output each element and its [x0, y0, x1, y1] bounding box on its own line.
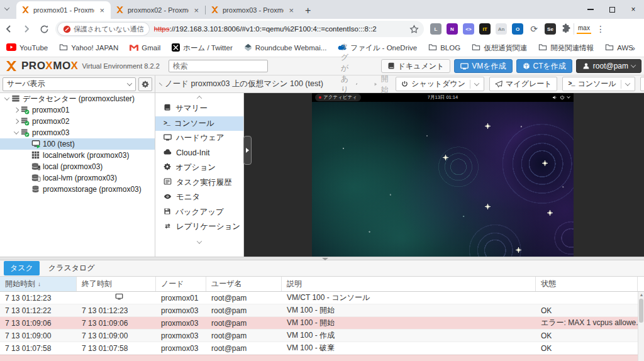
tree-item[interactable]: proxmox01: [0, 104, 155, 116]
browser-tab[interactable]: proxmox01 - Proxmox Virtual E×: [16, 1, 111, 19]
vm-menu-item[interactable]: モニタ: [155, 190, 243, 205]
task-row[interactable]: 7 13 01:12:227 13 01:12:23proxmox03root@…: [0, 304, 644, 317]
bookmark-item[interactable]: Gmail: [130, 44, 160, 52]
column-header[interactable]: 説明: [282, 277, 536, 291]
it-extension-icon[interactable]: IT: [479, 23, 491, 35]
migrate-button[interactable]: マイグレート: [489, 77, 557, 91]
sync-extension-icon[interactable]: ⟳: [528, 24, 540, 34]
vm-menu-item[interactable]: レプリケーション: [155, 219, 243, 235]
forward-button[interactable]: [18, 20, 35, 38]
scroll-up-icon[interactable]: ▲: [638, 292, 644, 298]
tab-close-icon[interactable]: ×: [192, 6, 200, 14]
column-header[interactable]: ノード: [156, 277, 206, 291]
vm-menu-item[interactable]: >_コンソール: [155, 116, 243, 131]
server-view-select[interactable]: サーバ表示: [3, 77, 136, 91]
start-button[interactable]: 開始: [374, 74, 391, 95]
onenote-extension-icon[interactable]: N: [447, 23, 458, 35]
tree-item[interactable]: localnetwork (proxmox03): [0, 150, 155, 161]
tree-config-button[interactable]: [138, 77, 152, 91]
tree-item[interactable]: 100 (test): [0, 138, 155, 150]
column-header[interactable]: 状態: [536, 277, 638, 291]
chevron-down-icon[interactable]: [474, 81, 479, 86]
scroll-thumb[interactable]: [639, 299, 643, 323]
menu-scroll-down[interactable]: [155, 238, 243, 247]
tree-item[interactable]: データセンター (proxmoxcluster): [0, 93, 155, 104]
column-header[interactable]: 開始時刻↓: [0, 277, 77, 291]
documentation-button[interactable]: ドキュメント: [381, 59, 451, 73]
task-row[interactable]: 7 13 01:09:007 13 01:09:00proxmox03root@…: [0, 330, 644, 342]
column-header[interactable]: ユーザ名: [206, 277, 282, 291]
bookmark-item[interactable]: Roundcube Webmai...: [244, 43, 327, 53]
back-button[interactable]: [0, 20, 18, 38]
window-close-button[interactable]: ×: [623, 0, 644, 19]
vm-menu-item[interactable]: タスク実行履歴: [155, 175, 243, 191]
task-panel-tab[interactable]: タスク: [4, 261, 40, 275]
shutdown-button[interactable]: シャットダウン: [396, 77, 484, 91]
outlook-extension-icon[interactable]: O: [512, 23, 523, 35]
column-header[interactable]: 終了時刻: [77, 277, 156, 291]
task-row[interactable]: 7 13 01:09:067 13 01:09:06proxmox03root@…: [0, 317, 644, 330]
tab-close-icon[interactable]: ×: [98, 6, 106, 14]
pve-search-input[interactable]: [169, 60, 268, 72]
bookmark-star-icon[interactable]: [409, 25, 419, 34]
more-button[interactable]: More: [640, 77, 644, 91]
tab-close-icon[interactable]: ×: [287, 6, 295, 14]
selenium-extension-icon[interactable]: Se: [545, 23, 556, 35]
bookmark-item[interactable]: YouTube: [6, 43, 48, 52]
tree-item[interactable]: local (proxmox03): [0, 161, 155, 172]
window-maximize-button[interactable]: [601, 0, 623, 19]
vm-menu-item[interactable]: ハードウェア: [155, 131, 243, 146]
console-button[interactable]: >_ コンソール: [562, 77, 635, 91]
vm-menu-item[interactable]: バックアップ: [155, 205, 243, 220]
an-extension-icon[interactable]: An: [496, 23, 507, 35]
expander-collapsed-icon[interactable]: [14, 108, 19, 113]
task-scrollbar[interactable]: ▲ ▼: [638, 292, 644, 361]
address-bar[interactable]: 保護されていない通信 https://192.168.3.101:8006/#v…: [55, 21, 424, 37]
profile-avatar[interactable]: max: [577, 24, 591, 34]
tree-item[interactable]: local-lvm (proxmox03): [0, 172, 155, 184]
menu-scroll-up[interactable]: [155, 93, 243, 101]
url-text[interactable]: https://192.168.3.101:8006/#v1:0:=qemu%2…: [154, 25, 409, 33]
vm-display[interactable]: アクティビティ 7月13日 01:14: [312, 93, 574, 257]
browser-menu-icon[interactable]: ⋮: [596, 24, 605, 34]
browser-tab[interactable]: proxmox03 - Proxmox Virtual E×: [206, 1, 300, 19]
security-badge[interactable]: 保護されていない通信: [58, 23, 149, 35]
chevron-down-icon[interactable]: [625, 81, 630, 86]
guest-clock[interactable]: 7月13日 01:14: [312, 94, 574, 101]
bookmark-item[interactable]: Yahoo! JAPAN: [59, 43, 118, 52]
extensions-puzzle-icon[interactable]: [561, 23, 571, 35]
chevron-left-icon[interactable]: [159, 82, 162, 86]
expander-expanded-icon[interactable]: [4, 95, 9, 100]
bookmark-item[interactable]: ホーム / Twitter: [172, 43, 233, 53]
task-row-partial[interactable]: [0, 355, 644, 361]
tree-item[interactable]: proxmoxstorage (proxmox03): [0, 184, 155, 195]
code-extension-icon[interactable]: <>: [463, 23, 474, 35]
pencil-icon[interactable]: [356, 81, 357, 87]
bookmark-item[interactable]: AWS: [605, 43, 633, 52]
reload-button[interactable]: [35, 20, 53, 38]
task-panel-tab[interactable]: クラスタログ: [42, 261, 101, 275]
vm-menu-item[interactable]: オプション: [155, 160, 243, 175]
expander-expanded-icon[interactable]: [14, 129, 19, 134]
task-row[interactable]: 7 13 01:12:23proxmox01root@pamVM/CT 100 …: [0, 292, 644, 304]
tab-list-chevron-icon[interactable]: [4, 5, 9, 10]
task-row[interactable]: 7 13 01:07:587 13 01:07:58proxmox03root@…: [0, 342, 644, 355]
bookmark-label: 開発関連情報: [550, 43, 594, 53]
expander-collapsed-icon[interactable]: [14, 119, 19, 124]
vm-menu-item[interactable]: Cloud-Init: [155, 146, 243, 161]
tree-item[interactable]: proxmox03: [0, 127, 155, 138]
vm-menu-item[interactable]: サマリー: [155, 101, 243, 116]
new-tab-button[interactable]: +: [305, 5, 311, 16]
browser-tab[interactable]: proxmox02 - Proxmox Virtual E×: [111, 1, 205, 19]
bookmark-item[interactable]: 開発関連情報: [538, 43, 594, 53]
bookmark-item[interactable]: 仮想通貨関連: [472, 43, 527, 53]
tree-item[interactable]: proxmox02: [0, 116, 155, 127]
create-vm-button[interactable]: VMを作成: [454, 59, 512, 73]
novnc-control-handle[interactable]: [243, 136, 252, 165]
create-ct-button[interactable]: CTを作成: [516, 59, 572, 73]
bookmarks-overflow-icon[interactable]: »: [631, 43, 635, 53]
window-minimize-button[interactable]: [580, 0, 601, 19]
chat-extension-icon[interactable]: L: [430, 23, 441, 35]
user-menu-button[interactable]: root@pam: [576, 59, 641, 73]
bookmark-item[interactable]: BLOG: [428, 43, 460, 52]
